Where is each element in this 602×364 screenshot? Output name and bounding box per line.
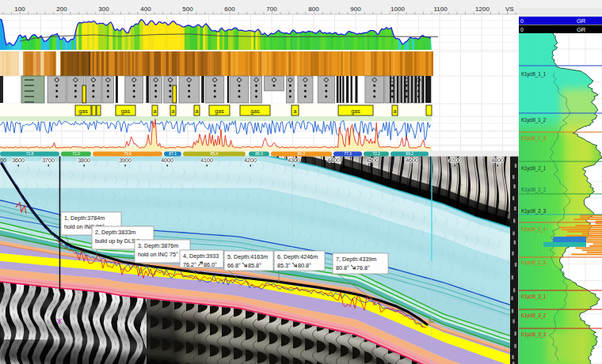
svg-text:1000: 1000 bbox=[391, 6, 405, 13]
svg-text:86.0°: 86.0° bbox=[204, 261, 217, 268]
svg-text:85.4: 85.4 bbox=[211, 151, 219, 156]
svg-text:a: a bbox=[154, 108, 157, 114]
svg-text:K1ycIII_1_2: K1ycIII_1_2 bbox=[521, 117, 547, 123]
svg-text:K1ycIII_2_5: K1ycIII_2_5 bbox=[521, 260, 547, 266]
svg-text:gas: gas bbox=[121, 108, 131, 115]
svg-text:4400: 4400 bbox=[327, 157, 340, 163]
svg-text:4500: 4500 bbox=[366, 157, 379, 163]
svg-text:76.8°: 76.8° bbox=[356, 264, 370, 271]
svg-text:00: 00 bbox=[0, 157, 6, 163]
svg-text:7, Depth:4339m: 7, Depth:4339m bbox=[336, 256, 376, 263]
svg-text:K1ycIII_2_3: K1ycIII_2_3 bbox=[521, 208, 547, 214]
svg-text:3, Depth:3876m: 3, Depth:3876m bbox=[138, 242, 178, 249]
svg-text:B2: B2 bbox=[429, 318, 435, 324]
svg-text:0: 0 bbox=[520, 27, 524, 32]
svg-text:3600: 3600 bbox=[12, 157, 25, 163]
svg-text:4200: 4200 bbox=[244, 157, 257, 163]
svg-text:5, Depth:4163m: 5, Depth:4163m bbox=[227, 253, 268, 260]
svg-text:a: a bbox=[172, 108, 175, 114]
svg-text:87.1: 87.1 bbox=[169, 151, 177, 156]
svg-text:K1ycIII_1_3: K1ycIII_1_3 bbox=[521, 135, 547, 142]
svg-text:4800: 4800 bbox=[491, 157, 504, 163]
svg-text:76.2°: 76.2° bbox=[183, 261, 196, 268]
svg-text:79.9: 79.9 bbox=[124, 151, 131, 156]
svg-text:gas: gas bbox=[351, 108, 360, 115]
svg-text:80.3: 80.3 bbox=[298, 151, 306, 156]
svg-text:600: 600 bbox=[224, 6, 235, 13]
svg-text:6, Depth:4246m: 6, Depth:4246m bbox=[277, 253, 318, 260]
svg-text:gas: gas bbox=[250, 108, 260, 115]
svg-text:a: a bbox=[394, 108, 397, 114]
svg-text:4600: 4600 bbox=[406, 157, 418, 163]
svg-text:3900: 3900 bbox=[119, 157, 131, 163]
svg-text:a: a bbox=[294, 108, 297, 114]
svg-text:gas: gas bbox=[215, 108, 224, 115]
svg-text:100: 100 bbox=[14, 6, 25, 13]
svg-text:80.8°: 80.8° bbox=[336, 264, 349, 271]
svg-text:0: 0 bbox=[520, 18, 524, 24]
svg-text:4300: 4300 bbox=[288, 157, 300, 163]
svg-text:300: 300 bbox=[98, 6, 109, 13]
svg-text:700: 700 bbox=[266, 6, 277, 13]
svg-text:66.8°: 66.8° bbox=[227, 262, 241, 269]
svg-text:77.3: 77.3 bbox=[344, 151, 352, 156]
svg-text:500: 500 bbox=[182, 6, 193, 13]
svg-text:80.8°: 80.8° bbox=[298, 262, 311, 269]
svg-text:VS: VS bbox=[505, 6, 514, 13]
svg-text:69.2: 69.2 bbox=[406, 151, 413, 156]
svg-text:3700: 3700 bbox=[42, 157, 55, 163]
svg-text:86.3: 86.3 bbox=[255, 151, 263, 156]
svg-text:K1ycIII_2_1: K1ycIII_2_1 bbox=[521, 165, 547, 172]
svg-text:4100: 4100 bbox=[200, 157, 213, 163]
svg-text:85.3°: 85.3° bbox=[277, 262, 291, 269]
svg-text:900: 900 bbox=[350, 6, 361, 13]
svg-text:3800: 3800 bbox=[78, 157, 90, 163]
svg-text:GR: GR bbox=[577, 17, 586, 25]
svg-text:K1ycIII_2_2: K1ycIII_2_2 bbox=[521, 187, 547, 193]
svg-text:400: 400 bbox=[140, 6, 151, 13]
svg-text:a: a bbox=[196, 108, 199, 114]
svg-text:K1ycIII_2_4: K1ycIII_2_4 bbox=[521, 226, 547, 233]
svg-text:1200: 1200 bbox=[475, 6, 490, 13]
svg-text:K1ycIII_3_2: K1ycIII_3_2 bbox=[521, 313, 547, 319]
svg-text:4700: 4700 bbox=[448, 157, 461, 163]
svg-text:gas: gas bbox=[78, 108, 88, 115]
svg-text:4, Depth:3933: 4, Depth:3933 bbox=[183, 252, 219, 260]
svg-text:K1ycIII_3_3: K1ycIII_3_3 bbox=[521, 332, 547, 338]
svg-text:4000: 4000 bbox=[161, 157, 173, 163]
svg-text:GR: GR bbox=[577, 26, 586, 33]
svg-text:200: 200 bbox=[56, 6, 67, 13]
svg-text:72.8: 72.8 bbox=[26, 151, 34, 156]
svg-text:85.8°: 85.8° bbox=[248, 262, 261, 269]
svg-text:800: 800 bbox=[308, 6, 319, 13]
svg-text:K1ycIII_3_1: K1ycIII_3_1 bbox=[521, 294, 547, 300]
svg-text:1, Depth:3784m: 1, Depth:3784m bbox=[64, 214, 105, 222]
svg-text:hold on INC 75°: hold on INC 75° bbox=[138, 251, 178, 258]
svg-text:71.0: 71.0 bbox=[72, 151, 80, 156]
svg-text:2, Depth:3833m: 2, Depth:3833m bbox=[95, 229, 135, 236]
svg-text:K1ycIII_1_1: K1ycIII_1_1 bbox=[521, 71, 547, 78]
svg-text:1100: 1100 bbox=[433, 6, 448, 13]
svg-text:72.2: 72.2 bbox=[372, 151, 380, 156]
svg-text:build up by DLS 5: build up by DLS 5 bbox=[95, 237, 140, 245]
